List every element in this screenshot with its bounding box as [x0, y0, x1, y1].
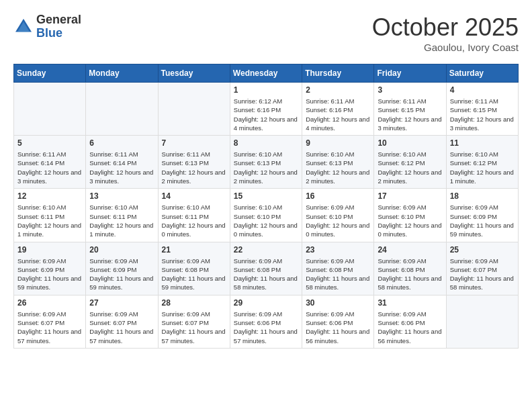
calendar-cell: 20Sunrise: 6:09 AM Sunset: 6:09 PM Dayli…	[86, 242, 158, 295]
day-number: 31	[378, 298, 442, 308]
calendar-week-row: 26Sunrise: 6:09 AM Sunset: 6:07 PM Dayli…	[14, 295, 519, 348]
day-number: 8	[234, 138, 298, 148]
day-number: 19	[17, 245, 82, 255]
weekday-header-row: SundayMondayTuesdayWednesdayThursdayFrid…	[14, 64, 519, 83]
day-info: Sunrise: 6:09 AM Sunset: 6:07 PM Dayligh…	[89, 310, 154, 345]
day-number: 6	[89, 138, 154, 148]
calendar-cell: 8Sunrise: 6:10 AM Sunset: 6:13 PM Daylig…	[230, 136, 302, 189]
day-info: Sunrise: 6:10 AM Sunset: 6:11 PM Dayligh…	[89, 203, 154, 238]
day-info: Sunrise: 6:11 AM Sunset: 6:16 PM Dayligh…	[306, 97, 370, 132]
day-info: Sunrise: 6:09 AM Sunset: 6:09 PM Dayligh…	[89, 257, 154, 292]
calendar-cell	[446, 295, 518, 348]
weekday-header: Tuesday	[158, 64, 230, 83]
day-info: Sunrise: 6:09 AM Sunset: 6:08 PM Dayligh…	[162, 257, 226, 292]
calendar-cell: 31Sunrise: 6:09 AM Sunset: 6:06 PM Dayli…	[374, 295, 446, 348]
day-number: 15	[234, 191, 298, 201]
month-title: October 2025	[372, 13, 519, 42]
calendar-cell: 27Sunrise: 6:09 AM Sunset: 6:07 PM Dayli…	[86, 295, 158, 348]
weekday-header: Thursday	[302, 64, 374, 83]
calendar-cell: 3Sunrise: 6:11 AM Sunset: 6:15 PM Daylig…	[374, 83, 446, 136]
calendar-cell: 12Sunrise: 6:10 AM Sunset: 6:11 PM Dayli…	[14, 189, 86, 242]
weekday-header: Monday	[86, 64, 158, 83]
location: Gaoulou, Ivory Coast	[372, 42, 519, 53]
calendar-cell	[14, 83, 86, 136]
day-info: Sunrise: 6:10 AM Sunset: 6:12 PM Dayligh…	[378, 150, 442, 185]
calendar-cell: 19Sunrise: 6:09 AM Sunset: 6:09 PM Dayli…	[14, 242, 86, 295]
day-number: 11	[450, 138, 515, 148]
calendar-cell: 18Sunrise: 6:09 AM Sunset: 6:09 PM Dayli…	[446, 189, 518, 242]
calendar-cell: 28Sunrise: 6:09 AM Sunset: 6:07 PM Dayli…	[158, 295, 230, 348]
calendar-cell: 14Sunrise: 6:10 AM Sunset: 6:11 PM Dayli…	[158, 189, 230, 242]
day-info: Sunrise: 6:09 AM Sunset: 6:07 PM Dayligh…	[17, 310, 82, 345]
day-number: 9	[306, 138, 370, 148]
day-number: 22	[234, 245, 298, 255]
day-info: Sunrise: 6:10 AM Sunset: 6:13 PM Dayligh…	[306, 150, 370, 185]
calendar-week-row: 19Sunrise: 6:09 AM Sunset: 6:09 PM Dayli…	[14, 242, 519, 295]
day-info: Sunrise: 6:09 AM Sunset: 6:09 PM Dayligh…	[450, 203, 515, 238]
calendar-cell: 6Sunrise: 6:11 AM Sunset: 6:14 PM Daylig…	[86, 136, 158, 189]
calendar-week-row: 12Sunrise: 6:10 AM Sunset: 6:11 PM Dayli…	[14, 189, 519, 242]
calendar-cell: 10Sunrise: 6:10 AM Sunset: 6:12 PM Dayli…	[374, 136, 446, 189]
day-number: 1	[234, 85, 298, 95]
logo: General Blue	[13, 13, 81, 40]
day-number: 30	[306, 298, 370, 308]
day-number: 24	[378, 245, 442, 255]
calendar-cell: 24Sunrise: 6:09 AM Sunset: 6:08 PM Dayli…	[374, 242, 446, 295]
logo-general-text: General	[36, 13, 81, 27]
calendar-cell: 1Sunrise: 6:12 AM Sunset: 6:16 PM Daylig…	[230, 83, 302, 136]
day-info: Sunrise: 6:11 AM Sunset: 6:14 PM Dayligh…	[89, 150, 154, 185]
day-info: Sunrise: 6:12 AM Sunset: 6:16 PM Dayligh…	[234, 97, 298, 132]
day-info: Sunrise: 6:11 AM Sunset: 6:15 PM Dayligh…	[378, 97, 442, 132]
day-info: Sunrise: 6:09 AM Sunset: 6:08 PM Dayligh…	[306, 257, 370, 292]
calendar-cell: 15Sunrise: 6:10 AM Sunset: 6:10 PM Dayli…	[230, 189, 302, 242]
day-number: 2	[306, 85, 370, 95]
day-info: Sunrise: 6:10 AM Sunset: 6:12 PM Dayligh…	[450, 150, 515, 185]
day-info: Sunrise: 6:09 AM Sunset: 6:06 PM Dayligh…	[378, 310, 442, 345]
day-number: 10	[378, 138, 442, 148]
calendar-cell	[158, 83, 230, 136]
day-number: 29	[234, 298, 298, 308]
day-info: Sunrise: 6:10 AM Sunset: 6:10 PM Dayligh…	[234, 203, 298, 238]
calendar-cell: 2Sunrise: 6:11 AM Sunset: 6:16 PM Daylig…	[302, 83, 374, 136]
day-info: Sunrise: 6:11 AM Sunset: 6:13 PM Dayligh…	[162, 150, 226, 185]
calendar-cell	[86, 83, 158, 136]
day-number: 26	[17, 298, 82, 308]
day-number: 12	[17, 191, 82, 201]
calendar-table: SundayMondayTuesdayWednesdayThursdayFrid…	[13, 64, 519, 349]
calendar-week-row: 1Sunrise: 6:12 AM Sunset: 6:16 PM Daylig…	[14, 83, 519, 136]
day-info: Sunrise: 6:09 AM Sunset: 6:09 PM Dayligh…	[17, 257, 82, 292]
weekday-header: Saturday	[446, 64, 518, 83]
calendar-cell: 25Sunrise: 6:09 AM Sunset: 6:07 PM Dayli…	[446, 242, 518, 295]
day-number: 23	[306, 245, 370, 255]
logo-blue-text: Blue	[36, 27, 81, 40]
day-number: 5	[17, 138, 82, 148]
day-info: Sunrise: 6:09 AM Sunset: 6:10 PM Dayligh…	[378, 203, 442, 238]
calendar-cell: 21Sunrise: 6:09 AM Sunset: 6:08 PM Dayli…	[158, 242, 230, 295]
calendar-cell: 17Sunrise: 6:09 AM Sunset: 6:10 PM Dayli…	[374, 189, 446, 242]
day-info: Sunrise: 6:09 AM Sunset: 6:06 PM Dayligh…	[234, 310, 298, 345]
day-number: 13	[89, 191, 154, 201]
weekday-header: Sunday	[14, 64, 86, 83]
calendar-cell: 22Sunrise: 6:09 AM Sunset: 6:08 PM Dayli…	[230, 242, 302, 295]
logo-icon	[13, 17, 34, 37]
day-info: Sunrise: 6:11 AM Sunset: 6:15 PM Dayligh…	[450, 97, 515, 132]
calendar-cell: 4Sunrise: 6:11 AM Sunset: 6:15 PM Daylig…	[446, 83, 518, 136]
calendar-cell: 26Sunrise: 6:09 AM Sunset: 6:07 PM Dayli…	[14, 295, 86, 348]
day-number: 20	[89, 245, 154, 255]
day-number: 16	[306, 191, 370, 201]
day-number: 17	[378, 191, 442, 201]
day-number: 27	[89, 298, 154, 308]
weekday-header: Friday	[374, 64, 446, 83]
day-number: 3	[378, 85, 442, 95]
title-block: October 2025 Gaoulou, Ivory Coast	[372, 13, 519, 53]
day-info: Sunrise: 6:10 AM Sunset: 6:11 PM Dayligh…	[17, 203, 82, 238]
day-number: 4	[450, 85, 515, 95]
day-number: 25	[450, 245, 515, 255]
day-info: Sunrise: 6:09 AM Sunset: 6:08 PM Dayligh…	[234, 257, 298, 292]
calendar-cell: 9Sunrise: 6:10 AM Sunset: 6:13 PM Daylig…	[302, 136, 374, 189]
day-info: Sunrise: 6:11 AM Sunset: 6:14 PM Dayligh…	[17, 150, 82, 185]
day-info: Sunrise: 6:10 AM Sunset: 6:11 PM Dayligh…	[162, 203, 226, 238]
day-info: Sunrise: 6:09 AM Sunset: 6:10 PM Dayligh…	[306, 203, 370, 238]
page-header: General Blue October 2025 Gaoulou, Ivory…	[13, 13, 519, 53]
calendar-cell: 5Sunrise: 6:11 AM Sunset: 6:14 PM Daylig…	[14, 136, 86, 189]
